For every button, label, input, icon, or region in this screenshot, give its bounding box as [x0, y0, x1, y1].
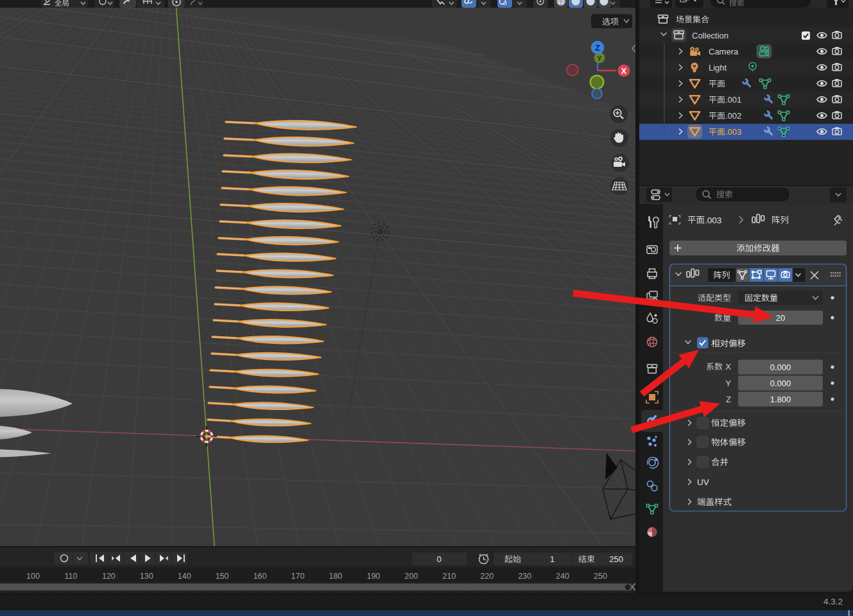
svg-text:190: 190	[366, 572, 380, 581]
svg-text:220: 220	[480, 572, 494, 581]
svg-text:0.000: 0.000	[770, 379, 791, 388]
svg-text:0: 0	[436, 554, 441, 564]
svg-text:1.800: 1.800	[770, 395, 791, 404]
svg-text:.003: .003	[705, 216, 721, 225]
svg-text:230: 230	[518, 572, 531, 581]
svg-text:120: 120	[102, 572, 116, 581]
svg-text:170: 170	[291, 572, 305, 581]
svg-text:250: 250	[594, 572, 607, 581]
svg-text:210: 210	[442, 572, 456, 581]
svg-text:150: 150	[216, 572, 229, 581]
svg-text:Camera: Camera	[709, 47, 739, 56]
svg-text:Y: Y	[725, 379, 731, 388]
svg-text:0.000: 0.000	[770, 363, 791, 372]
svg-text:Collection: Collection	[692, 31, 728, 40]
svg-text:110: 110	[64, 572, 77, 581]
svg-text:140: 140	[178, 572, 191, 581]
svg-text:160: 160	[254, 572, 267, 581]
svg-text:X: X	[621, 67, 627, 76]
svg-text:.001: .001	[725, 95, 741, 105]
svg-text:4.3.2: 4.3.2	[823, 597, 843, 606]
svg-text:100: 100	[26, 572, 40, 581]
svg-text:200: 200	[404, 572, 418, 581]
svg-text:Z: Z	[726, 395, 731, 404]
svg-text:20: 20	[776, 313, 785, 323]
svg-text:130: 130	[140, 572, 153, 581]
svg-text:.002: .002	[725, 111, 741, 121]
svg-text:250: 250	[609, 554, 623, 564]
svg-text:.003: .003	[725, 127, 741, 137]
svg-text:Y: Y	[597, 55, 602, 62]
svg-text:180: 180	[329, 572, 342, 581]
svg-text:X: X	[725, 362, 731, 372]
svg-text:1: 1	[550, 554, 555, 564]
svg-text:Z: Z	[595, 44, 600, 53]
svg-text:Light: Light	[709, 63, 727, 73]
svg-text:UV: UV	[697, 477, 709, 487]
svg-text:240: 240	[556, 572, 569, 581]
